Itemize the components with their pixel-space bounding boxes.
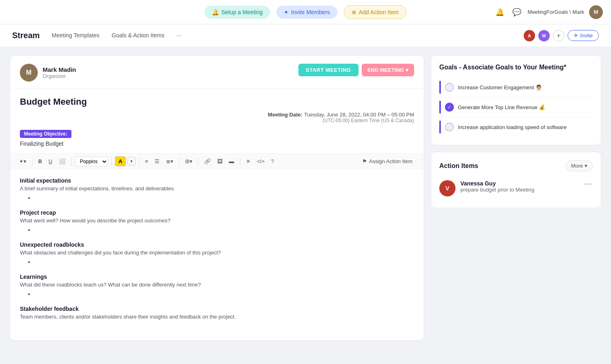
action-item-more-button-0[interactable]: ··· <box>584 180 593 189</box>
end-meeting-button[interactable]: END MEETING ▾ <box>362 64 414 76</box>
underline-button[interactable]: U <box>46 157 54 166</box>
goal-text-0: Increase Customer Engagement 🧑‍💼 <box>458 84 542 90</box>
chevron-down-icon: ▾ <box>406 67 408 73</box>
invite-label: Invite <box>580 32 593 39</box>
objective-tag: Meeting Objective: <box>20 130 71 138</box>
main-layout: M Mark Madin Organizer START MEETING END… <box>0 47 611 349</box>
action-items-title: Action Items <box>439 162 478 170</box>
chat-button[interactable]: 💬 <box>511 6 523 18</box>
right-panel: Goals - Associate Goals to Your Meeting*… <box>431 55 601 208</box>
section-title-4: Stakeholder feedback <box>20 306 414 312</box>
objective-text: Finalizing Budget <box>20 140 414 147</box>
add-action-label: Add Action Item <box>359 9 399 15</box>
action-item-details-0: Vanessa Guy prepare budget prior to Meet… <box>460 180 534 193</box>
goals-card-title: Goals - Associate Goals to Your Meeting* <box>439 64 593 71</box>
align-button[interactable]: ≣▾ <box>164 157 176 166</box>
meeting-templates-nav[interactable]: Meeting Templates <box>52 30 99 41</box>
goal-text-1: Generate More Top Line Revenue 💰 <box>458 104 545 110</box>
goals-card: Goals - Associate Goals to Your Meeting*… <box>431 55 601 145</box>
more-nav[interactable]: ··· <box>177 30 181 41</box>
action-items-card: Action Items More ▾ V Vanessa Guy prepar… <box>431 152 601 208</box>
section-title-0: Initial expectations <box>20 177 414 184</box>
magic-toolbar-button[interactable]: ✦▾ <box>17 157 29 166</box>
unordered-list-button[interactable]: ≡ <box>142 157 151 166</box>
goal-bar-2 <box>439 121 441 134</box>
action-avatar-0: V <box>439 180 456 196</box>
user-label: MeetingForGoals \ Mark <box>528 9 584 15</box>
topnav-right: 🔔 💬 MeetingForGoals \ Mark M <box>494 5 603 19</box>
notification-bell-button[interactable]: 🔔 <box>494 6 506 18</box>
editor-toolbar: ✦▾ B U ⬜ Poppins A ▾ ≡ ☰ ≣▾ ⊞▾ 🔗 🖼 ▬ ✕ <… <box>10 153 424 169</box>
section-desc-2: What obstacles and challenges did you fa… <box>20 250 414 256</box>
assign-action-label: Assign Action Item <box>369 158 412 164</box>
stream-header: Stream Meeting Templates Goals & Action … <box>0 24 611 47</box>
organizer-details: Mark Madin Organizer <box>43 66 76 79</box>
ordered-list-button[interactable]: ☰ <box>152 157 162 166</box>
toolbar-divider-5 <box>179 157 179 166</box>
toolbar-divider-1 <box>32 157 32 166</box>
add-member-button[interactable]: + <box>553 30 564 41</box>
toolbar-divider-7 <box>240 157 240 166</box>
section-title-3: Learnings <box>20 274 414 280</box>
assign-action-item-button[interactable]: ⚑ Assign Action Item <box>357 156 417 166</box>
meeting-title: Budget Meeting <box>20 97 414 107</box>
member-avatar-1: A <box>524 30 535 41</box>
section-initial-expectations: Initial expectations A brief summary of … <box>20 177 414 201</box>
help-button[interactable]: ? <box>269 157 276 166</box>
left-panel: M Mark Madin Organizer START MEETING END… <box>10 55 424 340</box>
goal-checkbox-1[interactable]: ✓ <box>445 103 454 112</box>
goal-checkbox-2[interactable] <box>445 123 454 131</box>
bell-icon: 🔔 <box>212 9 219 15</box>
highlight-yellow-button[interactable]: A <box>115 156 126 166</box>
highlight-button[interactable]: ⬜ <box>56 157 68 166</box>
highlight-dropdown-button[interactable]: ▾ <box>127 157 136 166</box>
editor-content[interactable]: Initial expectations A brief summary of … <box>10 169 424 340</box>
setup-meeting-button[interactable]: 🔔 Setup a Meeting <box>205 6 270 19</box>
more-label: More <box>571 163 583 169</box>
meeting-header: M Mark Madin Organizer START MEETING END… <box>10 56 424 88</box>
media-button[interactable]: ▬ <box>227 157 237 166</box>
stream-title: Stream <box>12 31 40 40</box>
link-button[interactable]: 🔗 <box>202 157 213 166</box>
toolbar-divider-2 <box>71 157 71 166</box>
section-stakeholder: Stakeholder feedback Team members, clien… <box>20 306 414 320</box>
meeting-date-area: Meeting Date: Tuesday, June 28, 2022, 04… <box>10 111 424 130</box>
invite-button[interactable]: ✈ Invite <box>568 30 599 41</box>
stream-header-right: A M + ✈ Invite <box>524 30 599 41</box>
image-button[interactable]: 🖼 <box>215 157 225 166</box>
action-item-name-0: Vanessa Guy <box>460 180 534 187</box>
code-button[interactable]: </> <box>255 157 267 166</box>
goals-action-items-nav[interactable]: Goals & Action Items <box>112 30 164 41</box>
bullet-1 <box>28 227 414 233</box>
more-button[interactable]: More ▾ <box>566 160 593 171</box>
section-learnings: Learnings What did these roadblocks teac… <box>20 274 414 297</box>
action-item-desc-0: prepare budget prior to Meeting <box>460 187 534 193</box>
font-selector[interactable]: Poppins <box>75 157 108 166</box>
bullet-0 <box>28 195 414 201</box>
setup-meeting-label: Setup a Meeting <box>221 9 263 15</box>
section-title-2: Unexpected roadblocks <box>20 241 414 248</box>
user-avatar: M <box>589 5 603 19</box>
bullet-3 <box>28 291 414 297</box>
objective-area: Meeting Objective: Finalizing Budget <box>10 130 424 153</box>
toolbar-divider-3 <box>111 157 112 166</box>
invite-members-button[interactable]: ✦ Invite Members <box>276 6 337 19</box>
date-value: Tuesday, June 28, 2022, 04:00 PM – 05:00… <box>304 112 414 118</box>
goal-bar-0 <box>439 81 441 94</box>
bold-button[interactable]: B <box>36 157 44 166</box>
plus-icon: ⊕ <box>352 9 356 15</box>
invite-icon: ✦ <box>284 9 289 15</box>
meeting-title-area: Budget Meeting <box>10 88 424 111</box>
send-icon: ✈ <box>574 32 578 39</box>
table-button[interactable]: ⊞▾ <box>183 157 195 166</box>
meeting-actions: START MEETING END MEETING ▾ <box>298 64 414 76</box>
start-meeting-button[interactable]: START MEETING <box>298 64 358 76</box>
toolbar-divider-6 <box>198 157 199 166</box>
section-desc-3: What did these roadblocks teach us? What… <box>20 282 414 288</box>
goal-checkbox-0[interactable] <box>445 83 454 92</box>
section-desc-1: What went well? How would you describe t… <box>20 218 414 224</box>
organizer-name: Mark Madin <box>43 66 76 73</box>
cross-button[interactable]: ✕ <box>244 157 253 166</box>
goal-item-0: Increase Customer Engagement 🧑‍💼 <box>439 78 593 97</box>
add-action-item-button[interactable]: ⊕ Add Action Item <box>344 5 406 19</box>
